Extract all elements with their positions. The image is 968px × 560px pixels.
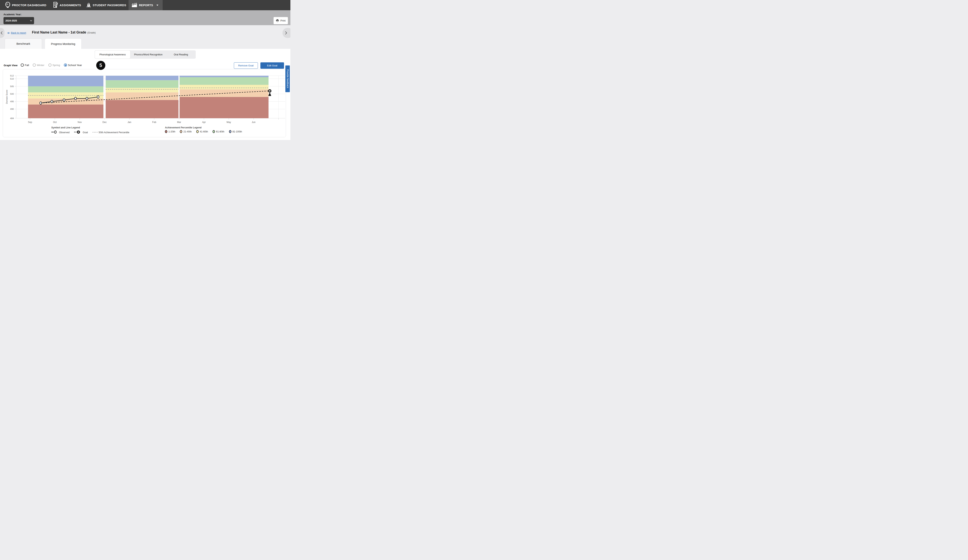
percentile-swatch-icon <box>180 130 182 133</box>
clipboard-check-icon <box>53 2 58 8</box>
observed-line-icon <box>51 130 58 134</box>
radio-circle-icon <box>48 63 51 66</box>
symbol-line-legend: Symbol and Line Legend ObservedGoal50th … <box>51 126 129 134</box>
legend-item-percentile-21-40th: 21-40th <box>180 130 191 133</box>
measure-tab-label: Oral Reading <box>174 53 188 56</box>
graph-view-label: Graph View <box>4 64 17 67</box>
svg-text:Sep: Sep <box>28 121 32 124</box>
radio-spring[interactable]: Spring <box>48 63 60 66</box>
tab-label: Benchmark <box>17 42 30 45</box>
measure-tab-oral-reading[interactable]: Oral Reading <box>166 50 196 59</box>
radio-winter[interactable]: Winter <box>33 63 44 66</box>
legend-item-percentile-81-100th: 81-100th <box>229 130 242 133</box>
percentile-swatch-icon <box>196 130 199 133</box>
measure-tab-label: Phonics/Word Recognition <box>134 53 162 56</box>
chevron-down-icon <box>156 5 158 6</box>
nav-label: STUDENT PASSWORDS <box>93 4 126 7</box>
top-nav: PROCTOR DASHBOARD ASSIGNMENTS **** STUDE… <box>0 0 290 10</box>
edit-goal-button[interactable]: Edit Goal <box>260 62 284 69</box>
svg-text:Nov: Nov <box>78 121 82 124</box>
print-button[interactable]: Print <box>273 17 288 24</box>
nav-label: ASSIGNMENTS <box>60 4 81 7</box>
goal-line-icon <box>74 130 81 134</box>
percentile-swatch-icon <box>165 130 167 133</box>
chevron-right-icon <box>285 31 287 35</box>
toolbar: Academic Year: 2024-2025 Print <box>0 10 290 25</box>
tab-label: Progress Monitoring <box>51 42 75 45</box>
legend-item-percentile-61-80th: 61-80th <box>212 130 224 133</box>
percentile-swatch-icon <box>212 130 215 133</box>
radio-circle-icon <box>33 63 36 66</box>
chevron-down-icon <box>30 20 32 21</box>
svg-text:Mar: Mar <box>177 121 181 124</box>
svg-text:May: May <box>227 121 231 124</box>
svg-text:495: 495 <box>10 100 14 103</box>
radio-circle-icon <box>64 63 67 66</box>
svg-text:Oct: Oct <box>53 121 57 124</box>
radio-label: Fall <box>25 64 29 66</box>
provide-feedback-button[interactable]: Provide feedback <box>285 65 290 92</box>
arrow-left-icon <box>7 32 10 34</box>
svg-text:Jan: Jan <box>128 121 131 124</box>
achievement-percentile-legend: Achievement Percentile Legend 1-20th21-4… <box>165 126 242 133</box>
svg-text:510: 510 <box>10 78 14 80</box>
password-stars-icon: **** <box>86 7 91 8</box>
legend-title: Achievement Percentile Legend <box>165 126 242 129</box>
tab-benchmark[interactable]: Benchmark <box>5 38 42 49</box>
page-title: First Name Last Name - 1st Grade(Grade) <box>32 30 96 35</box>
legend-title: Symbol and Line Legend <box>51 126 129 129</box>
svg-text:484: 484 <box>10 117 14 119</box>
svg-text:Feb: Feb <box>152 121 156 124</box>
svg-text:Jun: Jun <box>252 121 255 124</box>
svg-text:Apr: Apr <box>202 121 206 124</box>
legend-item-50th-achievement-percentile: 50th Achievement Percentile <box>93 131 129 134</box>
measure-tab-phonics-word-recognition[interactable]: Phonics/Word Recognition <box>131 50 166 59</box>
area-chart-icon <box>132 3 137 8</box>
svg-text:490: 490 <box>10 108 14 110</box>
svg-text:512: 512 <box>10 75 14 77</box>
svg-text:Dec: Dec <box>103 121 106 124</box>
svg-text:505: 505 <box>10 85 14 88</box>
legend-item-percentile-41-60th: 41-60th <box>196 130 208 133</box>
chevron-left-icon <box>1 31 3 35</box>
print-label: Print <box>280 19 285 22</box>
nav-item-assignments[interactable]: ASSIGNMENTS <box>53 0 81 10</box>
back-link-label: Back to report <box>11 31 26 34</box>
printer-icon <box>276 19 279 22</box>
symbol-line-legend-items: ObservedGoal50th Achievement Percentile <box>51 130 129 134</box>
legend-item-observed: Observed <box>51 130 70 134</box>
grade-suffix: (Grade) <box>87 31 96 34</box>
svg-text:500: 500 <box>10 93 14 95</box>
page-back-arrow-button[interactable] <box>0 28 5 38</box>
nav-label: REPORTS <box>139 4 153 7</box>
page-forward-arrow-button[interactable] <box>282 28 290 38</box>
nav-item-proctor-dashboard[interactable]: PROCTOR DASHBOARD <box>5 0 46 10</box>
radio-school-year[interactable]: School Year <box>64 63 82 66</box>
remove-goal-button[interactable]: Remove Goal <box>234 62 258 69</box>
lock-icon: **** <box>86 3 91 8</box>
tab-progress-monitoring[interactable]: Progress Monitoring <box>45 38 81 49</box>
back-to-report-link[interactable]: Back to report <box>7 31 26 34</box>
radio-label: School Year <box>68 64 82 66</box>
academic-year-value: 2024-2025 <box>5 19 17 22</box>
academic-year-label: Academic Year: <box>3 13 22 16</box>
measure-tab-phonological-awareness[interactable]: Phonological Awareness <box>95 51 130 58</box>
student-name-grade: First Name Last Name - 1st Grade <box>32 30 86 34</box>
academic-year-select[interactable]: 2024-2025 <box>3 17 34 24</box>
radio-label: Winter <box>37 64 44 66</box>
measure-tab-label: Phonological Awareness <box>99 53 126 56</box>
nav-label: PROCTOR DASHBOARD <box>12 4 46 7</box>
nav-item-student-passwords[interactable]: **** STUDENT PASSWORDS <box>86 0 126 10</box>
radio-circle-icon <box>21 63 24 66</box>
legend-item-goal: Goal <box>74 130 88 134</box>
legend-item-percentile-1-20th: 1-20th <box>165 130 175 133</box>
percentile50-line-icon <box>93 131 98 134</box>
gauge-icon <box>5 2 10 8</box>
radio-label: Spring <box>53 64 60 66</box>
svg-text:Domain Score: Domain Score <box>6 90 8 104</box>
progress-chart-card: 484490495500505510512SepOctNovDecJanFebM… <box>3 69 286 137</box>
percentile-legend-items: 1-20th21-40th41-60th61-80th81-100th <box>165 130 242 133</box>
nav-item-reports[interactable]: REPORTS <box>129 0 162 10</box>
progress-monitoring-chart: 484490495500505510512SepOctNovDecJanFebM… <box>3 69 286 137</box>
radio-fall[interactable]: Fall <box>21 63 29 66</box>
